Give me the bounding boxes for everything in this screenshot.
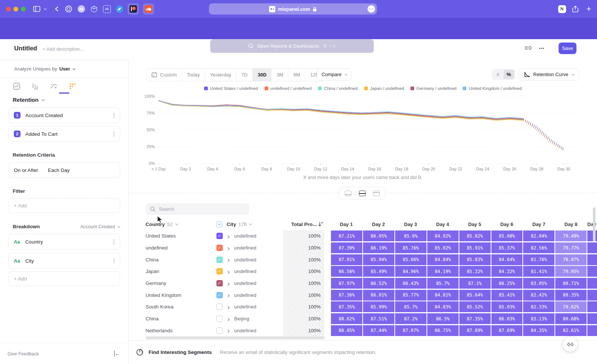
- retention-value-cell[interactable]: 80.35%: [555, 290, 587, 301]
- retention-value-cell[interactable]: 83.13%: [523, 313, 554, 324]
- find-segments-title[interactable]: Find Interesting Segments: [149, 349, 212, 355]
- expand-row-icon[interactable]: [227, 304, 234, 310]
- retention-value-cell[interactable]: 87.01%: [331, 254, 362, 265]
- legend-item[interactable]: China / undefined: [318, 86, 357, 91]
- total-column-header[interactable]: Total Pro...: [283, 222, 324, 227]
- m-extension-icon[interactable]: m: [77, 4, 86, 13]
- breakdown-country[interactable]: Aa Country: [8, 234, 120, 250]
- city-cell[interactable]: undefined: [234, 328, 284, 333]
- city-cell[interactable]: undefined: [234, 280, 284, 286]
- breakdown-city[interactable]: Aa City: [8, 253, 120, 269]
- country-cell[interactable]: South Korea: [146, 304, 216, 310]
- row-checkbox[interactable]: ✓: [216, 268, 223, 274]
- table-search-input[interactable]: Search: [146, 203, 249, 215]
- row-checkbox[interactable]: ✓: [216, 280, 223, 286]
- row-checkbox[interactable]: ✓: [216, 292, 223, 298]
- js-icon[interactable]: JS: [102, 4, 111, 13]
- retention-value-cell[interactable]: 79.62%: [555, 301, 587, 312]
- retention-value-cell[interactable]: 85.99%: [363, 301, 394, 312]
- range-7d[interactable]: 7D: [236, 69, 253, 81]
- day-column-header[interactable]: Day 3: [395, 222, 426, 227]
- retention-value-cell[interactable]: 87.69%: [491, 325, 523, 336]
- select-all-checkbox[interactable]: −: [216, 221, 222, 228]
- retention-value-cell[interactable]: 78.87%: [555, 254, 587, 265]
- breakdown-scope[interactable]: Account Created: [80, 224, 119, 229]
- retention-value-cell[interactable]: 82.42%: [523, 290, 554, 301]
- day-column-header[interactable]: Day 1: [331, 222, 362, 227]
- tab-funnels[interactable]: [30, 81, 40, 92]
- row-checkbox[interactable]: [216, 327, 223, 334]
- city-cell[interactable]: undefined: [234, 292, 284, 298]
- add-filter-button[interactable]: + Add: [8, 198, 120, 213]
- country-column-header[interactable]: Country52: [146, 222, 216, 227]
- country-cell[interactable]: United States: [146, 233, 216, 239]
- range-today[interactable]: Today: [182, 69, 205, 81]
- kebab-icon[interactable]: [113, 115, 115, 116]
- tab-retention[interactable]: [67, 81, 78, 92]
- retention-value-cell[interactable]: 85.94%: [363, 254, 394, 265]
- retention-value-cell[interactable]: 85.03%: [491, 301, 523, 312]
- expand-row-icon[interactable]: [227, 316, 234, 322]
- city-cell[interactable]: undefined: [234, 269, 284, 274]
- day-column-header[interactable]: Day 4: [427, 222, 458, 227]
- traffic-light-minimize[interactable]: [13, 7, 18, 12]
- retention-value-cell[interactable]: 88.85%: [331, 325, 362, 336]
- retention-value-cell[interactable]: 86.58%: [331, 266, 362, 277]
- retention-value-cell[interactable]: 84.81%: [427, 290, 459, 301]
- analyze-uniques-by[interactable]: Analyze Uniques byUser: [14, 66, 75, 72]
- retention-value-cell[interactable]: 80.71%: [555, 278, 587, 289]
- share-icon[interactable]: [571, 4, 580, 13]
- sidebar-toggle-icon[interactable]: [32, 4, 41, 13]
- layout-chart-focus-icon[interactable]: [343, 189, 354, 198]
- retention-value-cell[interactable]: 84.84%: [427, 254, 459, 265]
- view-type-dropdown[interactable]: Retention Curve: [519, 68, 579, 81]
- vertical-scrollbar[interactable]: [593, 207, 596, 242]
- retention-value-cell[interactable]: 80.68%: [555, 313, 587, 324]
- add-breakdown-button[interactable]: + Add: [8, 271, 120, 286]
- compare-button[interactable]: Compare: [317, 68, 351, 81]
- retention-value-cell[interactable]: 79.05%: [555, 266, 587, 277]
- row-checkbox[interactable]: ✓: [216, 233, 223, 239]
- kebab-icon[interactable]: [113, 134, 115, 135]
- horizontal-scrollbar[interactable]: [146, 336, 325, 339]
- back-icon[interactable]: [52, 4, 61, 13]
- range-yesterday[interactable]: Yesterday: [205, 69, 236, 81]
- copy-link-icon[interactable]: [525, 44, 532, 51]
- save-button[interactable]: Save: [559, 43, 576, 54]
- range-6m[interactable]: 6M: [288, 69, 305, 81]
- legend-item[interactable]: Japan / undefined: [364, 86, 404, 91]
- city-cell[interactable]: undefined: [234, 233, 284, 239]
- day-column-header[interactable]: Day 5: [459, 222, 490, 227]
- retention-value-cell[interactable]: 87.97%: [331, 278, 362, 289]
- retention-value-cell[interactable]: 84.64%: [491, 254, 523, 265]
- retention-value-cell[interactable]: 85.64%: [459, 290, 491, 301]
- global-search[interactable]: Open Reports & Dashboards ⌘ + K: [210, 39, 374, 53]
- expand-row-icon[interactable]: [227, 233, 234, 239]
- retention-value-cell[interactable]: 85.6%: [395, 230, 426, 241]
- city-cell[interactable]: undefined: [234, 257, 284, 263]
- expand-row-icon[interactable]: [227, 256, 234, 263]
- retention-value-cell[interactable]: 87.2%: [395, 313, 426, 324]
- retention-value-cell[interactable]: 85.7%: [427, 278, 459, 289]
- retention-value-cell[interactable]: 86.01%: [363, 290, 394, 301]
- retention-value-cell[interactable]: 84.92%: [427, 230, 459, 241]
- mixpanel-logo[interactable]: [8, 45, 15, 48]
- retention-value-cell[interactable]: 86.25%: [491, 278, 523, 289]
- retention-value-cell[interactable]: 85.32%: [459, 266, 491, 277]
- row-checkbox[interactable]: [216, 304, 223, 310]
- retention-value-cell[interactable]: 87.36%: [331, 290, 362, 301]
- percent-toggle[interactable]: %: [503, 70, 514, 79]
- retention-value-cell[interactable]: 85.41%: [491, 290, 523, 301]
- traffic-light-close[interactable]: [6, 7, 11, 12]
- country-cell[interactable]: United Kingdom: [146, 292, 216, 298]
- nav-users[interactable]: Users: [100, 44, 113, 49]
- collapse-sidebar-icon[interactable]: ←: [114, 351, 120, 357]
- retention-value-cell[interactable]: 85.37%: [491, 242, 523, 253]
- expand-row-icon[interactable]: [227, 268, 234, 275]
- step-account-created[interactable]: 1 Account Created: [8, 107, 120, 123]
- apps-grid-icon[interactable]: [478, 42, 487, 51]
- data-management-icon[interactable]: [461, 42, 470, 51]
- day-column-header[interactable]: Day 2: [363, 222, 394, 227]
- retention-value-cell[interactable]: 84.96%: [395, 266, 426, 277]
- retention-value-cell[interactable]: 82.61%: [555, 325, 587, 336]
